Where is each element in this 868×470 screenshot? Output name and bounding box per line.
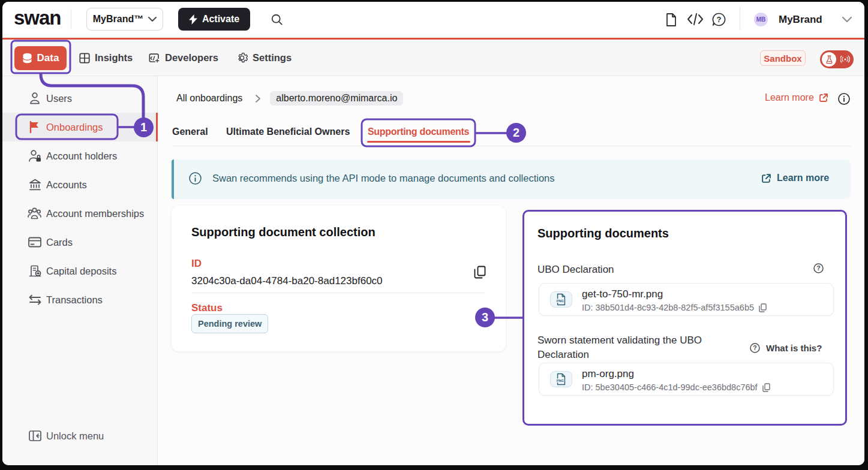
- svg-text:?: ?: [717, 15, 722, 24]
- svg-text:PNG: PNG: [557, 379, 564, 382]
- svg-text:PNG: PNG: [557, 299, 564, 303]
- svg-text:?: ?: [753, 344, 756, 351]
- svg-text:?: ?: [816, 264, 820, 272]
